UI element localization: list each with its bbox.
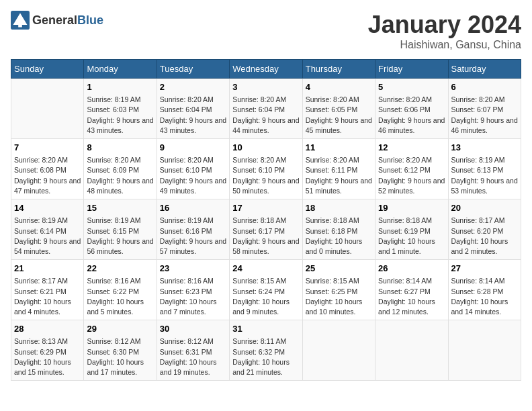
day-info: Sunrise: 8:15 AMSunset: 6:24 PMDaylight:… [232,276,299,317]
day-info: Sunrise: 8:12 AMSunset: 6:30 PMDaylight:… [87,336,153,377]
day-number: 2 [160,81,226,93]
week-row: 14Sunrise: 8:19 AMSunset: 6:14 PMDayligh… [11,199,521,260]
header-day: Thursday [302,60,375,79]
calendar-table: SundayMondayTuesdayWednesdayThursdayFrid… [11,59,521,381]
day-info: Sunrise: 8:20 AMSunset: 6:12 PMDaylight:… [378,155,445,196]
day-info: Sunrise: 8:20 AMSunset: 6:08 PMDaylight:… [14,155,81,196]
calendar-cell: 20Sunrise: 8:17 AMSunset: 6:20 PMDayligh… [448,199,521,260]
day-info: Sunrise: 8:16 AMSunset: 6:23 PMDaylight:… [160,276,226,317]
calendar-cell: 3Sunrise: 8:20 AMSunset: 6:04 PMDaylight… [230,79,302,139]
day-info: Sunrise: 8:19 AMSunset: 6:13 PMDaylight:… [451,155,518,196]
calendar-cell: 19Sunrise: 8:18 AMSunset: 6:19 PMDayligh… [375,199,448,260]
calendar-cell: 1Sunrise: 8:19 AMSunset: 6:03 PMDaylight… [84,79,157,139]
day-number: 4 [306,81,372,93]
day-info: Sunrise: 8:20 AMSunset: 6:05 PMDaylight:… [306,95,372,136]
calendar-cell: 10Sunrise: 8:20 AMSunset: 6:10 PMDayligh… [230,139,302,199]
day-number: 8 [87,142,153,154]
logo-icon [11,11,30,30]
day-info: Sunrise: 8:20 AMSunset: 6:04 PMDaylight:… [232,95,299,136]
calendar-cell: 15Sunrise: 8:19 AMSunset: 6:15 PMDayligh… [84,199,157,260]
day-number: 13 [451,142,518,154]
day-number: 7 [14,142,81,154]
week-row: 28Sunrise: 8:13 AMSunset: 6:29 PMDayligh… [11,320,521,381]
calendar-cell: 9Sunrise: 8:20 AMSunset: 6:10 PMDaylight… [157,139,229,199]
calendar-cell: 29Sunrise: 8:12 AMSunset: 6:30 PMDayligh… [84,320,157,381]
calendar-cell: 2Sunrise: 8:20 AMSunset: 6:04 PMDaylight… [157,79,229,139]
calendar-cell: 4Sunrise: 8:20 AMSunset: 6:05 PMDaylight… [302,79,375,139]
day-number: 19 [378,202,445,214]
header: General Blue January 2024 Haishiwan, Gan… [11,11,521,51]
header-day: Wednesday [230,60,302,79]
day-number: 26 [378,263,445,275]
header-day: Friday [375,60,448,79]
calendar-cell [448,320,521,381]
day-number: 24 [232,263,299,275]
day-number: 31 [232,323,299,335]
day-info: Sunrise: 8:14 AMSunset: 6:27 PMDaylight:… [378,276,445,317]
day-info: Sunrise: 8:18 AMSunset: 6:17 PMDaylight:… [232,216,299,257]
day-info: Sunrise: 8:12 AMSunset: 6:31 PMDaylight:… [160,336,226,377]
logo-general: General [32,13,77,28]
calendar-cell: 25Sunrise: 8:15 AMSunset: 6:25 PMDayligh… [302,260,375,320]
calendar-cell: 30Sunrise: 8:12 AMSunset: 6:31 PMDayligh… [157,320,229,381]
day-info: Sunrise: 8:20 AMSunset: 6:10 PMDaylight:… [232,155,299,196]
calendar-cell: 18Sunrise: 8:18 AMSunset: 6:18 PMDayligh… [302,199,375,260]
day-number: 3 [232,81,299,93]
calendar-cell: 13Sunrise: 8:19 AMSunset: 6:13 PMDayligh… [448,139,521,199]
week-row: 7Sunrise: 8:20 AMSunset: 6:08 PMDaylight… [11,139,521,199]
day-number: 29 [87,323,153,335]
calendar-cell: 14Sunrise: 8:19 AMSunset: 6:14 PMDayligh… [11,199,84,260]
day-info: Sunrise: 8:19 AMSunset: 6:15 PMDaylight:… [87,216,153,257]
calendar-cell: 11Sunrise: 8:20 AMSunset: 6:11 PMDayligh… [302,139,375,199]
day-number: 16 [160,202,226,214]
calendar-cell [375,320,448,381]
day-info: Sunrise: 8:14 AMSunset: 6:28 PMDaylight:… [451,276,518,317]
day-info: Sunrise: 8:19 AMSunset: 6:14 PMDaylight:… [14,216,81,257]
day-number: 22 [87,263,153,275]
calendar-header: SundayMondayTuesdayWednesdayThursdayFrid… [11,60,521,79]
calendar-cell: 17Sunrise: 8:18 AMSunset: 6:17 PMDayligh… [230,199,302,260]
day-number: 15 [87,202,153,214]
day-number: 12 [378,142,445,154]
day-number: 17 [232,202,299,214]
day-number: 28 [14,323,81,335]
day-number: 23 [160,263,226,275]
day-info: Sunrise: 8:15 AMSunset: 6:25 PMDaylight:… [306,276,372,317]
calendar-cell: 26Sunrise: 8:14 AMSunset: 6:27 PMDayligh… [375,260,448,320]
day-number: 5 [378,81,445,93]
day-info: Sunrise: 8:20 AMSunset: 6:07 PMDaylight:… [451,95,518,136]
calendar-cell: 27Sunrise: 8:14 AMSunset: 6:28 PMDayligh… [448,260,521,320]
day-info: Sunrise: 8:17 AMSunset: 6:21 PMDaylight:… [14,276,81,317]
day-info: Sunrise: 8:16 AMSunset: 6:22 PMDaylight:… [87,276,153,317]
svg-rect-2 [18,23,22,28]
day-number: 25 [306,263,372,275]
calendar-body: 1Sunrise: 8:19 AMSunset: 6:03 PMDaylight… [11,79,521,381]
logo: General Blue [11,11,103,30]
calendar-cell: 5Sunrise: 8:20 AMSunset: 6:06 PMDaylight… [375,79,448,139]
calendar-cell: 31Sunrise: 8:11 AMSunset: 6:32 PMDayligh… [230,320,302,381]
day-number: 14 [14,202,81,214]
day-number: 20 [451,202,518,214]
header-day: Sunday [11,60,84,79]
header-day: Saturday [448,60,521,79]
day-number: 18 [306,202,372,214]
logo-blue: Blue [77,13,103,28]
header-row: SundayMondayTuesdayWednesdayThursdayFrid… [11,60,521,79]
calendar-cell [11,79,84,139]
day-info: Sunrise: 8:20 AMSunset: 6:11 PMDaylight:… [306,155,372,196]
day-number: 10 [232,142,299,154]
week-row: 1Sunrise: 8:19 AMSunset: 6:03 PMDaylight… [11,79,521,139]
day-number: 27 [451,263,518,275]
calendar-cell: 6Sunrise: 8:20 AMSunset: 6:07 PMDaylight… [448,79,521,139]
calendar-cell: 22Sunrise: 8:16 AMSunset: 6:22 PMDayligh… [84,260,157,320]
header-day: Monday [84,60,157,79]
day-number: 21 [14,263,81,275]
subtitle: Haishiwan, Gansu, China [368,39,521,51]
day-number: 9 [160,142,226,154]
title-section: January 2024 Haishiwan, Gansu, China [368,11,521,51]
day-info: Sunrise: 8:20 AMSunset: 6:04 PMDaylight:… [160,95,226,136]
day-info: Sunrise: 8:11 AMSunset: 6:32 PMDaylight:… [232,336,299,377]
day-info: Sunrise: 8:20 AMSunset: 6:10 PMDaylight:… [160,155,226,196]
calendar-cell: 21Sunrise: 8:17 AMSunset: 6:21 PMDayligh… [11,260,84,320]
day-number: 11 [306,142,372,154]
